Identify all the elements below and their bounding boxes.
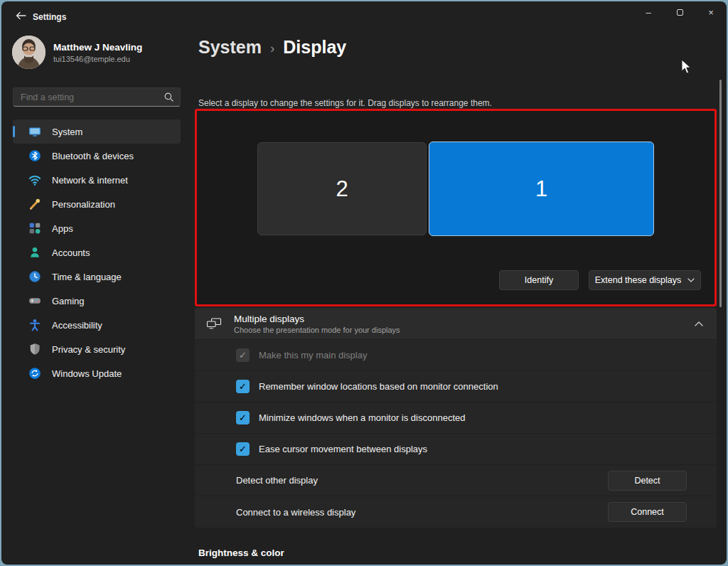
sidebar-item-label: Accessibility xyxy=(52,320,102,331)
bluetooth-icon xyxy=(28,149,41,162)
sidebar-item-label: Windows Update xyxy=(52,368,122,379)
option-label: Minimize windows when a monitor is disco… xyxy=(259,412,465,423)
action-row-connect: Connect to a wireless display Connect xyxy=(195,496,717,528)
sidebar-item-label: Time & language xyxy=(52,272,122,282)
sidebar-item-label: Personalization xyxy=(52,199,115,210)
user-email: tui13546@temple.edu xyxy=(53,55,142,63)
option-label: Remember window locations based on monit… xyxy=(259,381,498,392)
sidebar-item-label: Privacy & security xyxy=(52,344,125,355)
back-button[interactable] xyxy=(10,7,31,24)
sidebar-item-accessibility[interactable]: Accessibility xyxy=(13,313,181,337)
search-box[interactable] xyxy=(13,87,181,107)
identify-label: Identify xyxy=(525,275,553,285)
sidebar-item-network[interactable]: Network & internet xyxy=(13,168,181,192)
search-icon xyxy=(164,92,173,102)
breadcrumb-parent[interactable]: System xyxy=(198,37,262,58)
multiple-displays-expander[interactable]: Multiple displays Choose the presentatio… xyxy=(195,308,717,339)
wifi-icon xyxy=(28,173,41,186)
user-avatar xyxy=(12,36,46,69)
sidebar-item-apps[interactable]: Apps xyxy=(13,216,181,240)
option-label: Ease cursor movement between displays xyxy=(259,444,427,454)
page-title: Display xyxy=(283,37,346,58)
gamepad-icon xyxy=(28,294,41,307)
detect-button[interactable]: Detect xyxy=(608,471,687,491)
sidebar-item-label: Gaming xyxy=(52,296,85,306)
display-mode-dropdown[interactable]: Extend these displays xyxy=(589,270,701,290)
display-arrangement-panel: 2 1 Identify Extend these displays xyxy=(195,109,717,306)
checkbox-minimize-windows[interactable]: ✓ xyxy=(236,411,250,424)
action-label: Connect to a wireless display xyxy=(236,507,355,518)
titlebar: Settings – × xyxy=(1,1,727,33)
apps-grid-icon xyxy=(28,222,41,235)
identify-button[interactable]: Identify xyxy=(499,270,579,290)
sidebar-item-bluetooth[interactable]: Bluetooth & devices xyxy=(13,144,181,168)
sidebar-item-personalization[interactable]: Personalization xyxy=(13,192,181,216)
sidebar-nav: System Bluetooth & devices Network & int… xyxy=(13,119,181,385)
sidebar-item-label: Apps xyxy=(52,223,73,234)
action-row-detect: Detect other display Detect xyxy=(195,465,717,496)
sidebar-item-label: Accounts xyxy=(52,247,90,258)
checkbox-ease-cursor[interactable]: ✓ xyxy=(236,442,250,456)
shield-icon xyxy=(28,343,41,356)
sidebar-item-accounts[interactable]: Accounts xyxy=(13,240,181,265)
user-profile[interactable]: Matthew J Neavling tui13546@temple.edu xyxy=(12,36,142,69)
paintbrush-icon xyxy=(28,198,41,210)
person-icon xyxy=(28,246,41,259)
checkbox-main-display: ✓ xyxy=(236,348,250,362)
multiple-displays-icon xyxy=(205,317,223,330)
settings-window: Settings – × Matthew J Neavling tui13546… xyxy=(1,1,727,565)
option-label: Make this my main display xyxy=(259,350,367,361)
sidebar-item-windows-update[interactable]: Windows Update xyxy=(13,361,181,385)
breadcrumb: System › Display xyxy=(198,37,346,58)
sidebar-item-label: Network & internet xyxy=(52,175,128,186)
maximize-icon xyxy=(677,9,683,16)
display-mode-label: Extend these displays xyxy=(595,275,682,285)
chevron-up-icon[interactable] xyxy=(695,321,703,326)
option-row-ease-cursor[interactable]: ✓ Ease cursor movement between displays xyxy=(195,434,717,464)
sidebar-item-label: Bluetooth & devices xyxy=(52,151,134,161)
monitor-1[interactable]: 1 xyxy=(429,142,654,236)
sidebar-item-time-language[interactable]: Time & language xyxy=(13,265,181,289)
update-icon xyxy=(28,367,41,380)
back-arrow-icon xyxy=(16,11,26,20)
sidebar-item-gaming[interactable]: Gaming xyxy=(13,289,181,313)
accessibility-person-icon xyxy=(28,319,41,331)
minimize-button[interactable]: – xyxy=(633,1,664,23)
maximize-button[interactable] xyxy=(664,1,695,23)
scrollbar-thumb[interactable] xyxy=(719,80,722,307)
multiple-displays-title: Multiple displays xyxy=(234,314,684,324)
page-description: Select a display to change the settings … xyxy=(198,98,492,108)
multiple-displays-subtitle: Choose the presentation mode for your di… xyxy=(234,326,684,334)
breadcrumb-separator: › xyxy=(270,39,274,56)
multiple-displays-card: Multiple displays Choose the presentatio… xyxy=(195,308,717,528)
sidebar-item-privacy[interactable]: Privacy & security xyxy=(13,337,181,361)
window-title: Settings xyxy=(33,12,66,22)
option-row-main-display: ✓ Make this my main display xyxy=(195,340,717,370)
brightness-section-heading: Brightness & color xyxy=(198,548,284,558)
option-row-remember-locations[interactable]: ✓ Remember window locations based on mon… xyxy=(195,371,717,402)
option-row-minimize-windows[interactable]: ✓ Minimize windows when a monitor is dis… xyxy=(195,402,717,433)
monitor-2[interactable]: 2 xyxy=(257,142,427,235)
search-input[interactable] xyxy=(14,92,164,102)
clock-icon xyxy=(28,270,41,283)
sidebar-item-label: System xyxy=(52,127,82,137)
checkbox-remember-locations[interactable]: ✓ xyxy=(236,380,250,393)
user-name: Matthew J Neavling xyxy=(53,42,142,53)
action-label: Detect other display xyxy=(236,475,318,486)
connect-button[interactable]: Connect xyxy=(608,502,687,522)
close-button[interactable]: × xyxy=(695,1,727,23)
sidebar-item-system[interactable]: System xyxy=(13,119,181,144)
system-icon xyxy=(28,125,41,138)
chevron-down-icon xyxy=(687,278,695,282)
